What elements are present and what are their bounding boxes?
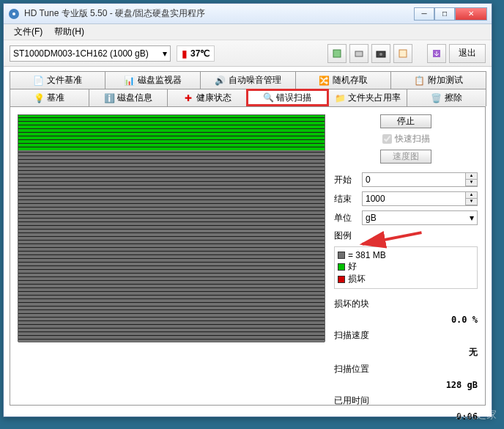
tab-benchmark[interactable]: 💡基准: [10, 89, 89, 106]
speed-value: 无: [469, 346, 478, 359]
legend-ok-icon: [338, 263, 345, 271]
menu-file[interactable]: 文件(F): [8, 24, 48, 40]
elapsed-label: 已用时间: [334, 395, 369, 407]
random-icon: 🔀: [319, 76, 330, 86]
copy-screenshot-button[interactable]: [349, 44, 368, 63]
start-label: 开始: [334, 174, 357, 186]
sound-icon: 🔊: [215, 76, 226, 86]
drive-label: ST1000DM003-1CH162 (1000 gB): [13, 48, 149, 59]
tab-info[interactable]: ℹ️磁盘信息: [89, 89, 168, 106]
titlebar: HD Tune 专业版 5.50 - 硬盘/固态硬盘实用程序 ─ □ ✕: [4, 4, 492, 24]
drive-selector[interactable]: ST1000DM003-1CH162 (1000 gB) ▾: [10, 45, 171, 62]
tab-disk-monitor[interactable]: 📊磁盘监视器: [105, 71, 201, 89]
chevron-down-icon: ▾: [163, 48, 167, 59]
copy-info-button[interactable]: [327, 44, 346, 63]
temperature-value: 37℃: [190, 48, 210, 59]
speedmap-button: 速度图: [380, 150, 431, 164]
tab-extra-tests[interactable]: 📋附加测试: [390, 71, 486, 89]
app-icon: [8, 8, 20, 20]
end-spinner[interactable]: 1000▲▼: [362, 191, 478, 206]
unit-label: 单位: [334, 212, 357, 224]
tab-aam[interactable]: 🔊自动噪音管理: [200, 71, 296, 89]
tab-folder-usage[interactable]: 📁文件夹占用率: [328, 89, 408, 106]
tab-error-scan[interactable]: 🔍错误扫描: [246, 89, 329, 106]
tab-row-2: 💡基准 ℹ️磁盘信息 ✚健康状态 🔍错误扫描 📁文件夹占用率 🗑️擦除: [10, 89, 486, 106]
svg-rect-3: [355, 51, 363, 56]
maximize-button[interactable]: □: [434, 7, 455, 21]
folder-icon: 📁: [335, 93, 345, 103]
toolbar: ST1000DM003-1CH162 (1000 gB) ▾ ▮ 37℃ 退出: [4, 40, 492, 67]
monitor-icon: 📊: [125, 76, 135, 86]
plus-icon: ✚: [183, 93, 193, 103]
exit-button[interactable]: 退出: [449, 44, 486, 63]
tab-erase[interactable]: 🗑️擦除: [407, 89, 486, 106]
quickscan-checkbox: [382, 134, 392, 144]
tab-content: 停止 快速扫描 速度图 开始0▲▼ 结束1000▲▼ 单位gB▾ 图例 = 38…: [10, 106, 486, 406]
svg-rect-2: [333, 50, 341, 57]
svg-point-5: [379, 53, 382, 56]
temperature-display: ▮ 37℃: [177, 45, 215, 62]
minimize-button[interactable]: ─: [414, 7, 434, 21]
search-icon: 🔍: [263, 92, 273, 103]
damaged-value: 0.0 %: [451, 315, 478, 325]
damaged-label: 损坏的块: [334, 298, 369, 310]
menu-help[interactable]: 帮助(H): [48, 24, 90, 40]
options-button[interactable]: [393, 44, 412, 63]
pos-value: 128 gB: [446, 380, 478, 390]
end-label: 结束: [334, 193, 357, 205]
screenshot-button[interactable]: [371, 44, 390, 63]
scan-block-map: [18, 114, 325, 342]
legend-block-icon: [338, 252, 345, 259]
save-button[interactable]: [427, 44, 446, 63]
tab-file-benchmark[interactable]: 📄文件基准: [10, 71, 105, 89]
stop-button[interactable]: 停止: [380, 114, 431, 128]
start-spinner[interactable]: 0▲▼: [362, 172, 478, 187]
bulb-icon: 💡: [34, 93, 44, 103]
tab-row-1: 📄文件基准 📊磁盘监视器 🔊自动噪音管理 🔀随机存取 📋附加测试: [10, 71, 486, 89]
svg-rect-6: [399, 50, 407, 57]
thermometer-icon: ▮: [182, 48, 188, 59]
chevron-down-icon: ▾: [470, 213, 474, 223]
pos-label: 扫描位置: [334, 363, 369, 375]
scan-side-panel: 停止 快速扫描 速度图 开始0▲▼ 结束1000▲▼ 单位gB▾ 图例 = 38…: [334, 114, 478, 397]
tab-random-access[interactable]: 🔀随机存取: [295, 71, 391, 89]
scanned-blocks-ok: [18, 115, 325, 150]
quickscan-label: 快速扫描: [395, 133, 430, 145]
window-title: HD Tune 专业版 5.50 - 硬盘/固态硬盘实用程序: [24, 7, 414, 20]
menubar: 文件(F) 帮助(H): [4, 24, 492, 40]
extra-icon: 📋: [415, 76, 425, 86]
trash-icon: 🗑️: [431, 93, 442, 103]
tab-health[interactable]: ✚健康状态: [167, 89, 247, 106]
app-window: HD Tune 专业版 5.50 - 硬盘/固态硬盘实用程序 ─ □ ✕ 文件(…: [3, 3, 492, 417]
speed-label: 扫描速度: [334, 329, 369, 342]
close-button[interactable]: ✕: [455, 7, 487, 21]
info-icon: ℹ️: [104, 93, 114, 103]
unscanned-blocks: [18, 150, 325, 342]
legend-bad-icon: [338, 276, 345, 283]
legend-box: = 381 MB 好 损坏: [334, 246, 478, 289]
file-icon: 📄: [34, 76, 44, 86]
svg-point-1: [12, 12, 15, 15]
watermark: 系统之家: [456, 408, 497, 422]
